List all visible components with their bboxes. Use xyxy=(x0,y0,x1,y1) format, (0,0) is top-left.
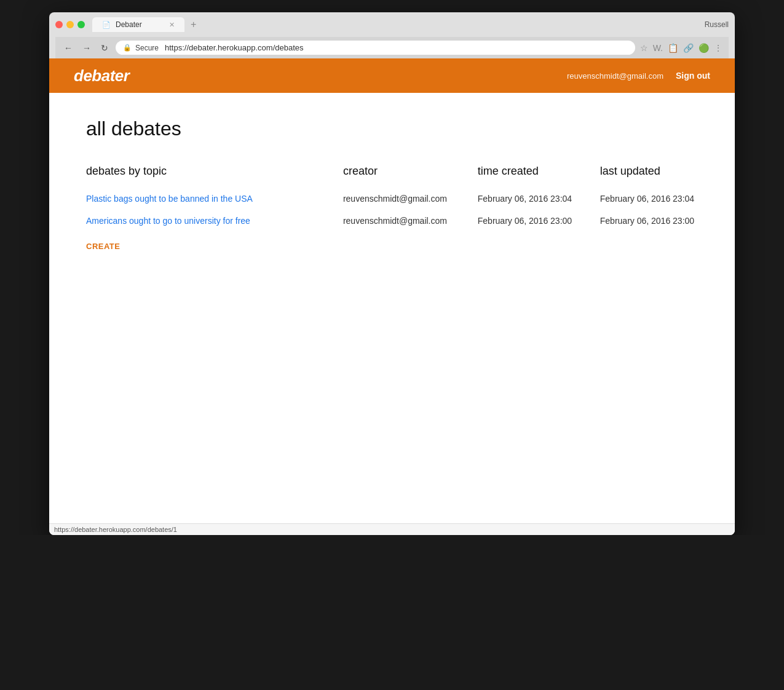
col-header-last-updated: last updated xyxy=(600,165,698,188)
app-logo: debater xyxy=(74,66,129,85)
page-title: all debates xyxy=(86,117,698,140)
debate-creator-cell: reuvenschmidt@gmail.com xyxy=(343,210,478,232)
reload-button[interactable]: ↻ xyxy=(98,42,111,54)
browser-user-name: Russell xyxy=(705,20,729,29)
tab-title: Debater xyxy=(116,20,142,29)
address-actions: ☆ W. 📋 🔗 🟢 ⋮ xyxy=(640,43,723,53)
sign-out-button[interactable]: Sign out xyxy=(676,71,710,81)
create-debate-button[interactable]: CREATE xyxy=(86,242,120,251)
tab-bar: 📄 Debater ✕ + xyxy=(92,17,705,32)
debate-topic-cell: Americans ought to go to university for … xyxy=(86,210,343,232)
debates-table: debates by topic creator time created la… xyxy=(86,165,698,232)
address-bar: ← → ↻ 🔒 Secure https://debater.herokuapp… xyxy=(55,37,729,58)
traffic-lights xyxy=(55,21,85,28)
status-url: https://debater.herokuapp.com/debates/1 xyxy=(54,526,177,533)
table-row: Americans ought to go to university for … xyxy=(86,210,698,232)
secure-label: Secure xyxy=(135,44,159,52)
debate-topic-link[interactable]: Americans ought to go to university for … xyxy=(86,216,250,226)
forward-button[interactable]: → xyxy=(80,42,93,54)
user-email: reuvenschmidt@gmail.com xyxy=(567,71,663,81)
debate-topic-cell: Plastic bags ought to be banned in the U… xyxy=(86,188,343,210)
col-header-topic: debates by topic xyxy=(86,165,343,188)
title-bar: 📄 Debater ✕ + Russell xyxy=(55,17,729,32)
back-button[interactable]: ← xyxy=(61,42,75,54)
fullscreen-window-button[interactable] xyxy=(77,21,85,28)
debate-creator-cell: reuvenschmidt@gmail.com xyxy=(343,188,478,210)
app-header: debater reuvenschmidt@gmail.com Sign out xyxy=(49,58,735,93)
debate-last-updated-cell: February 06, 2016 23:04 xyxy=(600,188,698,210)
browser-tab[interactable]: 📄 Debater ✕ xyxy=(92,17,184,32)
browser-window: 📄 Debater ✕ + Russell ← → ↻ 🔒 Secure htt… xyxy=(49,12,735,535)
bookmark-button[interactable]: ☆ xyxy=(640,43,648,53)
minimize-window-button[interactable] xyxy=(66,21,74,28)
tab-page-icon: 📄 xyxy=(102,21,111,29)
close-window-button[interactable] xyxy=(55,21,63,28)
tab-close-button[interactable]: ✕ xyxy=(169,21,175,29)
debate-time-created-cell: February 06, 2016 23:00 xyxy=(478,210,600,232)
col-header-time-created: time created xyxy=(478,165,600,188)
profile-button[interactable]: 🟢 xyxy=(699,43,709,53)
extensions-doc-button[interactable]: 📋 xyxy=(668,43,678,53)
url-bar[interactable]: 🔒 Secure https://debater.herokuapp.com/d… xyxy=(116,41,635,55)
url-text: https://debater.herokuapp.com/debates xyxy=(165,43,304,52)
extensions-link-button[interactable]: 🔗 xyxy=(683,43,694,53)
browser-chrome: 📄 Debater ✕ + Russell ← → ↻ 🔒 Secure htt… xyxy=(49,12,735,58)
main-content: all debates debates by topic creator tim… xyxy=(49,93,735,523)
col-header-creator: creator xyxy=(343,165,478,188)
debate-last-updated-cell: February 06, 2016 23:00 xyxy=(600,210,698,232)
table-header-row: debates by topic creator time created la… xyxy=(86,165,698,188)
secure-icon: 🔒 xyxy=(123,44,132,52)
new-tab-button[interactable]: + xyxy=(187,18,200,31)
menu-button[interactable]: ⋮ xyxy=(714,43,723,53)
debate-topic-link[interactable]: Plastic bags ought to be banned in the U… xyxy=(86,194,253,204)
app-wrapper: debater reuvenschmidt@gmail.com Sign out… xyxy=(49,58,735,535)
debate-time-created-cell: February 06, 2016 23:04 xyxy=(478,188,600,210)
status-bar: https://debater.herokuapp.com/debates/1 xyxy=(49,523,735,535)
extensions-w-button[interactable]: W. xyxy=(653,43,663,53)
table-row: Plastic bags ought to be banned in the U… xyxy=(86,188,698,210)
header-right: reuvenschmidt@gmail.com Sign out xyxy=(567,71,710,81)
